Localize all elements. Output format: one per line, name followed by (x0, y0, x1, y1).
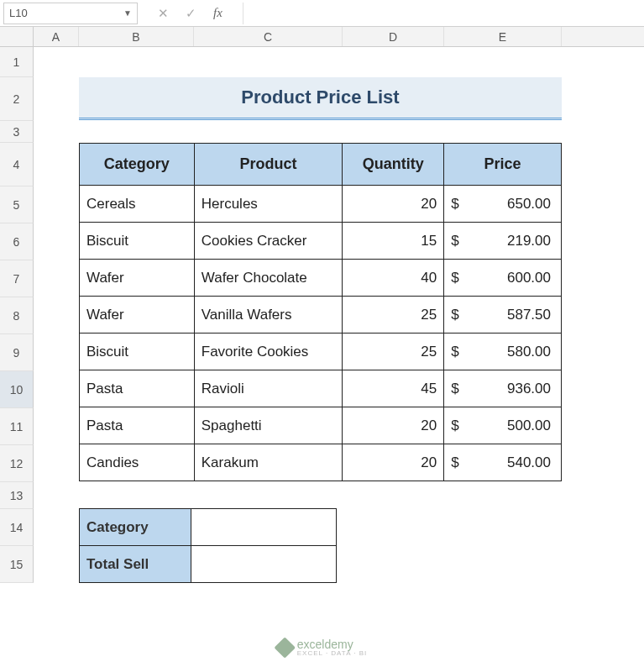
row-3 (34, 121, 638, 143)
lookup-category-label[interactable]: Category (80, 509, 191, 546)
watermark-icon (274, 637, 295, 658)
row-header-11[interactable]: 11 (0, 408, 34, 445)
cell-quantity[interactable]: 20 (343, 186, 444, 223)
cell-reference: L10 (9, 7, 28, 19)
cell-price[interactable]: $580.00 (444, 334, 562, 370)
row-header-5[interactable]: 5 (0, 186, 34, 223)
cell-quantity[interactable]: 20 (343, 407, 444, 444)
cell-product[interactable]: Vanilla Wafers (194, 297, 343, 334)
cell-category[interactable]: Wafer (80, 260, 195, 297)
col-header-C[interactable]: C (194, 27, 343, 46)
table-row[interactable]: PastaSpaghetti20$500.00 (80, 407, 562, 444)
cell-quantity[interactable]: 25 (343, 297, 444, 334)
lookup-category-value[interactable] (191, 509, 337, 546)
cell-category[interactable]: Candies (80, 444, 195, 481)
row-header-4[interactable]: 4 (0, 143, 34, 186)
col-header-D[interactable]: D (343, 27, 444, 46)
formula-bar-icons: ✕ ✓ fx (138, 6, 243, 21)
select-all-corner[interactable] (0, 27, 34, 46)
row-13 (34, 481, 638, 508)
cell-price[interactable]: $540.00 (444, 444, 562, 481)
cell-category[interactable]: Wafer (80, 297, 195, 334)
cell-category[interactable]: Biscuit (80, 334, 195, 370)
col-product[interactable]: Product (194, 144, 343, 186)
cell-product[interactable]: Hercules (194, 186, 343, 223)
row-header-3[interactable]: 3 (0, 121, 34, 143)
cell-category[interactable]: Biscuit (80, 223, 195, 260)
lookup-total-row: Total Sell (80, 546, 337, 583)
row-header-2[interactable]: 2 (0, 77, 34, 121)
row-header-9[interactable]: 9 (0, 334, 34, 371)
cell-quantity[interactable]: 15 (343, 223, 444, 260)
name-box[interactable]: L10 ▼ (3, 3, 138, 24)
row-header-12[interactable]: 12 (0, 445, 34, 482)
formula-bar: L10 ▼ ✕ ✓ fx (0, 0, 644, 27)
cancel-icon[interactable]: ✕ (158, 6, 169, 21)
name-box-dropdown-icon[interactable]: ▼ (123, 8, 132, 18)
sheet-area: ABCDE 123456789101112131415 Product Pric… (0, 27, 644, 667)
cell-price[interactable]: $500.00 (444, 407, 562, 444)
product-table: Category Product Quantity Price CerealsH… (79, 143, 562, 481)
cell-quantity[interactable]: 40 (343, 260, 444, 297)
table-header-row: Category Product Quantity Price (80, 144, 562, 186)
lookup-total-value[interactable] (191, 546, 337, 583)
table-row[interactable]: CandiesKarakum20$540.00 (80, 444, 562, 481)
col-header-E[interactable]: E (444, 27, 562, 46)
row-header-14[interactable]: 14 (0, 509, 34, 546)
cell-quantity[interactable]: 20 (343, 444, 444, 481)
lookup-table: Category Total Sell (79, 508, 337, 583)
row-header-13[interactable]: 13 (0, 482, 34, 509)
row-header-15[interactable]: 15 (0, 546, 34, 583)
table-row[interactable]: WaferVanilla Wafers25$587.50 (80, 297, 562, 334)
grid-content[interactable]: Product Price List Category Product Quan… (34, 47, 638, 583)
row-header-6[interactable]: 6 (0, 223, 34, 260)
cell-product[interactable]: Spaghetti (194, 407, 343, 444)
cell-product[interactable]: Wafer Chocolate (194, 260, 343, 297)
col-quantity[interactable]: Quantity (343, 144, 444, 186)
col-price[interactable]: Price (444, 144, 562, 186)
cell-category[interactable]: Pasta (80, 370, 195, 407)
cell-quantity[interactable]: 25 (343, 334, 444, 370)
row-header-8[interactable]: 8 (0, 297, 34, 334)
cell-product[interactable]: Favorite Cookies (194, 334, 343, 370)
lookup-category-row: Category (80, 509, 337, 546)
enter-icon[interactable]: ✓ (186, 6, 196, 21)
cell-product[interactable]: Cookies Cracker (194, 223, 343, 260)
page-title: Product Price List (79, 77, 562, 120)
col-header-B[interactable]: B (79, 27, 194, 46)
row-header-1[interactable]: 1 (0, 47, 34, 77)
row-header-10[interactable]: 10 (0, 371, 34, 408)
col-category[interactable]: Category (80, 144, 195, 186)
row-2: Product Price List (34, 77, 638, 121)
cell-price[interactable]: $600.00 (444, 260, 562, 297)
cell-product[interactable]: Karakum (194, 444, 343, 481)
cell-category[interactable]: Cereals (80, 186, 195, 223)
watermark: exceldemy EXCEL · DATA · BI (277, 638, 368, 657)
col-header-A[interactable]: A (34, 27, 79, 46)
cell-quantity[interactable]: 45 (343, 370, 444, 407)
fx-icon[interactable]: fx (213, 6, 223, 20)
table-row[interactable]: BiscuitFavorite Cookies25$580.00 (80, 334, 562, 370)
cell-price[interactable]: $936.00 (444, 370, 562, 407)
row-headers: 123456789101112131415 (0, 47, 34, 583)
table-row[interactable]: WaferWafer Chocolate40$600.00 (80, 260, 562, 297)
row-1 (34, 47, 638, 77)
cell-price[interactable]: $219.00 (444, 223, 562, 260)
lookup-total-label[interactable]: Total Sell (80, 546, 191, 583)
formula-input[interactable] (243, 3, 644, 24)
table-body: CerealsHercules20$650.00BiscuitCookies C… (80, 186, 562, 481)
cell-product[interactable]: Ravioli (194, 370, 343, 407)
table-row[interactable]: BiscuitCookies Cracker15$219.00 (80, 223, 562, 260)
column-headers: ABCDE (0, 27, 644, 47)
row-header-7[interactable]: 7 (0, 260, 34, 297)
cell-price[interactable]: $587.50 (444, 297, 562, 334)
table-row[interactable]: CerealsHercules20$650.00 (80, 186, 562, 223)
watermark-sub: EXCEL · DATA · BI (297, 649, 368, 657)
cell-price[interactable]: $650.00 (444, 186, 562, 223)
cell-category[interactable]: Pasta (80, 407, 195, 444)
table-row[interactable]: PastaRavioli45$936.00 (80, 370, 562, 407)
